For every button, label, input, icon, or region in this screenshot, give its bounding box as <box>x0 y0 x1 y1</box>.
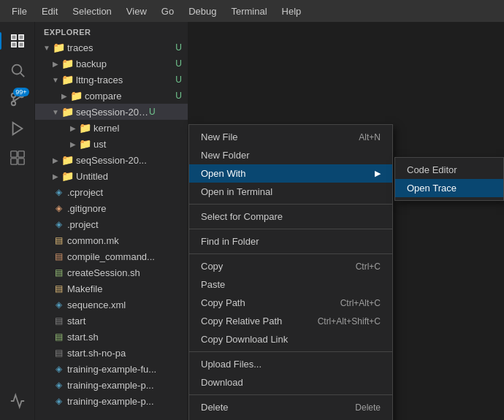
file-icon: ▤ <box>53 348 64 358</box>
tree-item-gitignore[interactable]: ◈ .gitignore <box>35 200 188 216</box>
menubar: File Edit Selection View Go Debug Termin… <box>0 0 504 22</box>
file-icon: ▤ <box>53 251 64 261</box>
file-icon: ◈ <box>53 380 64 390</box>
tree-item-project[interactable]: ◈ .project <box>35 216 188 232</box>
context-menu: New File Alt+N New Folder Open With ▶ Op… <box>188 124 393 420</box>
tree-item-training1[interactable]: ◈ training-example-fu... <box>35 361 188 377</box>
debug-icon[interactable] <box>4 115 31 142</box>
tree-label: ust <box>93 139 188 150</box>
tree-item-seqsession[interactable]: ▼ 📁 seqSession-20191031.104739 U <box>35 104 188 120</box>
tree-label: Untitled <box>76 171 188 182</box>
tree-item-untitled[interactable]: ▶ 📁 Untitled <box>35 168 188 184</box>
expand-arrow: ▶ <box>67 140 79 148</box>
tree-item-makefile[interactable]: ▤ Makefile <box>35 280 188 297</box>
file-icon: ◈ <box>53 396 64 406</box>
file-icon: ◈ <box>53 187 64 197</box>
expand-arrow: ▼ <box>41 44 53 52</box>
source-control-badge: 99+ <box>13 88 28 96</box>
tree-item-ust[interactable]: ▶ 📁 ust <box>35 136 188 152</box>
file-icon: ▤ <box>53 235 64 245</box>
tree-item-compare[interactable]: ▶ 📁 compare U <box>35 88 188 104</box>
menu-item-find-folder[interactable]: Find in Folder <box>189 232 392 251</box>
menu-item-delete[interactable]: Delete Delete <box>189 398 392 416</box>
svg-rect-12 <box>10 159 16 164</box>
submenu-item-code-editor[interactable]: Code Editor <box>395 161 503 179</box>
file-status: U <box>175 42 182 53</box>
tree-item-lttng[interactable]: ▼ 📁 lttng-traces U <box>35 72 188 88</box>
extensions-icon[interactable] <box>4 145 31 171</box>
menu-terminal[interactable]: Terminal <box>225 3 272 20</box>
source-control-icon[interactable]: 99+ <box>4 86 31 112</box>
menu-help[interactable]: Help <box>276 3 308 20</box>
tree-item-traces[interactable]: ▼ 📁 traces U <box>35 39 188 56</box>
menu-item-copy-path[interactable]: Copy Path Ctrl+Alt+C <box>189 294 392 312</box>
menu-item-download[interactable]: Download <box>189 373 392 392</box>
folder-icon: 📁 <box>79 138 91 150</box>
tree-item-backup[interactable]: ▶ 📁 backup U <box>35 56 188 72</box>
tree-item-createsession[interactable]: ▤ createSession.sh <box>35 264 188 280</box>
search-icon[interactable] <box>4 57 31 83</box>
explorer-icon[interactable] <box>4 28 31 54</box>
tree-item-seqsession2[interactable]: ▶ 📁 seqSession-20... <box>35 152 188 168</box>
file-status: U <box>175 91 182 101</box>
tree-label: training-example-p... <box>67 396 188 407</box>
menu-item-copy-relative[interactable]: Copy Relative Path Ctrl+Alt+Shift+C <box>189 312 392 330</box>
tree-label: createSession.sh <box>67 267 188 278</box>
tree-label: seqSession-20... <box>76 155 188 166</box>
menu-item-select-compare[interactable]: Select for Compare <box>189 207 392 226</box>
separator <box>189 204 392 205</box>
menu-item-open-with[interactable]: Open With ▶ <box>189 164 392 183</box>
menu-file[interactable]: File <box>6 3 33 20</box>
tree-item-start[interactable]: ▤ start <box>35 313 188 329</box>
menu-item-upload-files[interactable]: Upload Files... <box>189 355 392 373</box>
tree-item-sequence[interactable]: ◈ sequence.xml <box>35 297 188 313</box>
submenu-item-open-trace[interactable]: Open Trace <box>395 179 503 197</box>
file-icon: ▤ <box>53 332 64 342</box>
tree-label: compile_command... <box>67 251 188 262</box>
menu-edit[interactable]: Edit <box>36 3 64 20</box>
menu-item-new-folder[interactable]: New Folder <box>189 146 392 164</box>
menu-view[interactable]: View <box>121 3 153 20</box>
tree-label: start <box>67 316 188 327</box>
expand-arrow: ▼ <box>50 76 61 84</box>
menu-selection[interactable]: Selection <box>66 3 117 20</box>
menu-debug[interactable]: Debug <box>183 3 222 20</box>
main-layout: 99+ Explorer ▼ <box>0 22 504 420</box>
tree-item-training3[interactable]: ◈ training-example-p... <box>35 393 188 409</box>
svg-point-4 <box>12 65 21 75</box>
file-status: U <box>175 75 182 85</box>
svg-rect-13 <box>18 159 23 164</box>
svg-line-5 <box>20 73 24 77</box>
file-icon: ◈ <box>53 203 64 213</box>
svg-point-8 <box>11 102 15 106</box>
tree-item-cproject[interactable]: ◈ .cproject <box>35 184 188 200</box>
tree-item-training2[interactable]: ◈ training-example-p... <box>35 377 188 393</box>
tree-label: lttng-traces <box>76 75 175 85</box>
menu-item-new-file[interactable]: New File Alt+N <box>189 128 392 146</box>
tree-label: traces <box>67 42 175 53</box>
menu-item-duplicate[interactable]: Duplicate <box>189 416 392 420</box>
tree-item-compile[interactable]: ▤ compile_command... <box>35 248 188 264</box>
file-icon: ▤ <box>53 316 64 326</box>
menu-go[interactable]: Go <box>156 3 180 20</box>
tree-label: start.sh <box>67 332 188 343</box>
content-area: New File Alt+N New Folder Open With ▶ Op… <box>188 22 504 420</box>
file-icon: ▤ <box>53 283 64 294</box>
menu-item-open-terminal[interactable]: Open in Terminal <box>189 183 392 201</box>
menu-item-copy-download[interactable]: Copy Download Link <box>189 330 392 348</box>
tree-item-startsh-nopa[interactable]: ▤ start.sh-no-pa <box>35 345 188 361</box>
tree-item-startsh[interactable]: ▤ start.sh <box>35 329 188 345</box>
tree-label: start.sh-no-pa <box>67 348 188 359</box>
tree-label: .project <box>67 219 188 230</box>
folder-icon: 📁 <box>61 74 73 85</box>
tree-item-kernel[interactable]: ▶ 📁 kernel <box>35 120 188 136</box>
tree-item-commonmk[interactable]: ▤ common.mk <box>35 232 188 248</box>
menu-item-copy[interactable]: Copy Ctrl+C <box>189 257 392 275</box>
tree-label: common.mk <box>67 235 188 246</box>
menu-item-paste[interactable]: Paste <box>189 275 392 294</box>
chart-icon[interactable] <box>4 388 31 414</box>
tree-label: training-example-fu... <box>67 364 188 375</box>
file-icon: ◈ <box>53 219 64 229</box>
tree-label: .cproject <box>67 187 188 198</box>
tree-label: training-example-p... <box>67 380 188 391</box>
